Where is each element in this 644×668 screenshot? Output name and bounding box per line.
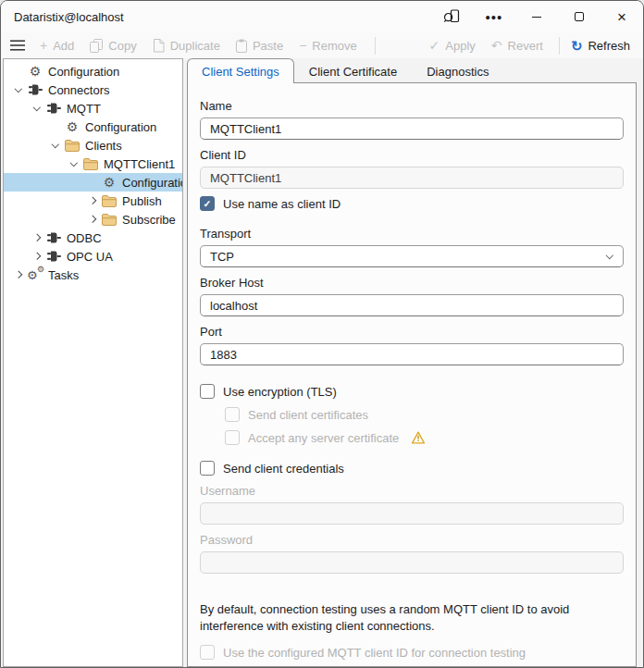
tree-item-opc-ua[interactable]: OPC UA (4, 247, 182, 266)
checkbox-unchecked-icon (200, 461, 215, 476)
tree-item-configuration[interactable]: ⚙Configuration (4, 62, 182, 80)
check-icon: ✓ (429, 39, 440, 52)
send-client-credentials-label: Send client credentials (223, 462, 344, 476)
tab-client-certificate[interactable]: Client Certificate (294, 59, 412, 82)
plug-icon (45, 102, 62, 115)
apply-button: ✓Apply (429, 39, 476, 53)
expander-spacer (85, 175, 100, 190)
chevron-right-icon[interactable] (85, 193, 100, 208)
use-configured-id-checkbox: Use the configured MQTT client ID for co… (200, 645, 624, 660)
send-client-certificates-checkbox: Send client certificates (225, 407, 624, 422)
expander-spacer (48, 119, 63, 134)
revert-label: Revert (508, 39, 543, 53)
tree-item-publish[interactable]: Publish (4, 192, 182, 210)
password-label: Password (200, 533, 624, 547)
add-label: Add (53, 39, 74, 53)
warning-icon (411, 431, 426, 444)
chevron-down-icon[interactable] (48, 138, 63, 153)
chevron-down-icon[interactable] (30, 101, 44, 116)
port-input[interactable] (200, 343, 624, 365)
toolbar-divider (375, 37, 376, 55)
navigation-tree: ⚙ConfigurationConnectorsMQTT⚙Configurati… (3, 58, 183, 667)
transport-select[interactable]: TCP (200, 245, 624, 267)
tab-client-settings[interactable]: Client Settings (187, 58, 294, 83)
tree-item-odbc[interactable]: ODBC (4, 229, 182, 247)
tree-item-label: Configuration (85, 120, 156, 134)
checkbox-unchecked-icon (225, 430, 240, 445)
use-configured-id-label: Use the configured MQTT client ID for co… (223, 646, 526, 660)
tree-item-label: MQTTClient1 (104, 157, 175, 171)
use-encryption-checkbox[interactable]: Use encryption (TLS) (200, 384, 624, 399)
client-settings-panel: Name Client ID ✓ Use name as client ID T… (187, 82, 637, 667)
caption-buttons: ••• × (430, 1, 643, 32)
accept-any-server-certificate-checkbox: Accept any server certificate (225, 430, 624, 445)
chevron-right-icon[interactable] (11, 267, 26, 282)
search-document-icon (443, 9, 460, 25)
toolbar-left-group: +AddCopyDuplicatePaste−Remove (40, 39, 373, 53)
checkbox-unchecked-icon (200, 384, 215, 399)
minimize-button[interactable] (515, 1, 558, 32)
tab-diagnostics[interactable]: Diagnostics (412, 59, 503, 82)
copy-icon (90, 39, 103, 53)
tree-item-mqtt[interactable]: MQTT (4, 99, 182, 118)
chevron-right-icon[interactable] (30, 230, 44, 245)
use-encryption-label: Use encryption (TLS) (223, 385, 337, 399)
tree-item-connectors[interactable]: Connectors (4, 80, 182, 99)
maximize-button[interactable] (558, 1, 601, 32)
toolbar-divider (559, 37, 560, 55)
tree-item-tasks[interactable]: ⚙⚙Tasks (4, 266, 182, 284)
username-input (200, 502, 624, 525)
transport-value: TCP (210, 250, 234, 264)
chevron-down-icon[interactable] (11, 82, 26, 97)
broker-host-input[interactable] (200, 294, 624, 316)
duplicate-label: Duplicate (170, 39, 220, 53)
remove-label: Remove (312, 39, 356, 53)
refresh-icon: ↻ (571, 39, 583, 53)
send-client-credentials-checkbox[interactable]: Send client credentials (200, 461, 624, 476)
duplicate-button: Duplicate (153, 39, 220, 53)
chevron-down-icon (605, 252, 613, 259)
chevron-down-icon[interactable] (67, 156, 81, 171)
chevron-right-icon[interactable] (85, 212, 100, 227)
tree-item-configuration[interactable]: ⚙Configuration (4, 118, 182, 136)
name-input[interactable] (200, 118, 624, 140)
more-button[interactable]: ••• (473, 1, 515, 32)
chevron-right-icon[interactable] (30, 249, 44, 264)
tree-item-label: Publish (122, 194, 162, 208)
tree-item-clients[interactable]: Clients (4, 136, 182, 155)
folder-icon (101, 195, 118, 207)
refresh-button[interactable]: ↻ Refresh (571, 39, 630, 53)
toolbar-right-group: ✓Apply↶Revert (429, 39, 559, 53)
maximize-icon (575, 12, 584, 21)
gears-icon: ⚙⚙ (27, 267, 43, 282)
main-area: Client SettingsClient CertificateDiagnos… (187, 58, 637, 667)
transport-label: Transport (200, 227, 624, 241)
send-client-certificates-label: Send client certificates (248, 408, 368, 422)
tree-item-subscribe[interactable]: Subscribe (4, 210, 182, 229)
tree-item-label: Clients (85, 139, 122, 153)
remove-button: −Remove (299, 39, 357, 53)
use-name-as-client-id-checkbox[interactable]: ✓ Use name as client ID (200, 196, 624, 211)
gear-icon: ⚙ (101, 176, 118, 189)
close-button[interactable]: × (601, 1, 643, 32)
client-id-label: Client ID (200, 148, 624, 162)
title-bar: Dataristix@localhost ••• × (1, 1, 643, 32)
tree-item-label: ODBC (67, 231, 102, 245)
tree-item-label: MQTT (67, 102, 101, 116)
menu-button[interactable] (10, 39, 25, 52)
tree-item-mqttclient1[interactable]: MQTTClient1 (4, 155, 182, 173)
plus-icon: + (40, 39, 47, 52)
name-label: Name (200, 99, 624, 113)
apply-label: Apply (445, 39, 476, 53)
tree-item-configuration[interactable]: ⚙Configuration (4, 173, 182, 192)
window-title: Dataristix@localhost (14, 10, 124, 24)
add-button: +Add (40, 39, 74, 53)
folder-icon (101, 214, 118, 226)
gear-icon: ⚙ (27, 65, 43, 78)
tree-item-label: Tasks (48, 268, 79, 282)
tree-item-label: Configuration (122, 176, 183, 190)
checkbox-checked-icon: ✓ (200, 196, 215, 211)
paste-icon (236, 39, 247, 53)
search-document-button[interactable] (430, 1, 473, 32)
tree-item-label: Subscribe (122, 213, 176, 227)
